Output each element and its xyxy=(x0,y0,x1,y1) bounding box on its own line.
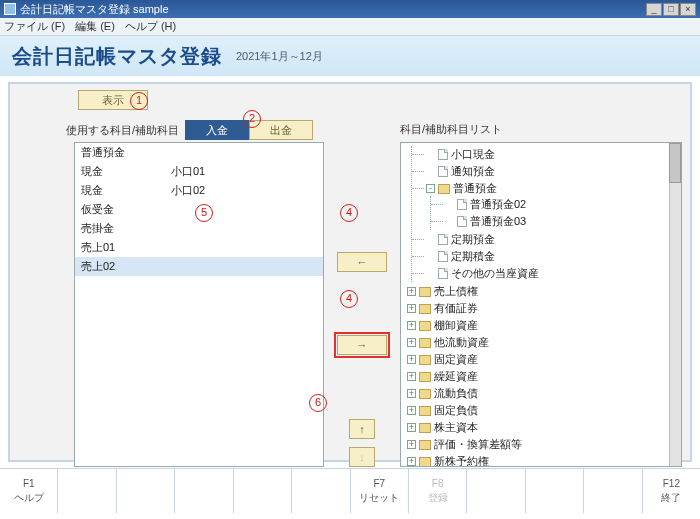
tree-node[interactable]: +評価・換算差額等 xyxy=(407,436,677,453)
expand-icon[interactable]: + xyxy=(407,389,416,398)
document-icon xyxy=(438,166,448,177)
arrow-up-icon: ↑ xyxy=(359,423,365,435)
tree-node-label: 普通預金02 xyxy=(470,197,526,212)
folder-icon xyxy=(438,184,450,194)
move-left-button[interactable]: ← xyxy=(337,252,387,272)
fkey-empty xyxy=(117,469,175,513)
folder-icon xyxy=(419,406,431,416)
tree-spacer xyxy=(426,235,435,244)
expand-icon[interactable]: + xyxy=(407,321,416,330)
tree-spacer xyxy=(426,167,435,176)
arrow-down-icon: ↓ xyxy=(359,451,365,463)
folder-icon xyxy=(419,355,431,365)
expand-icon[interactable]: + xyxy=(407,406,416,415)
main-frame: 1 2 3 4 4 5 6 表示 使用する科目/補助科目 入金 出金 科目/補助… xyxy=(8,82,692,462)
expand-icon[interactable]: + xyxy=(407,355,416,364)
account-tree[interactable]: 小口現金通知預金-普通預金普通預金02普通預金03定期預金定期積金その他の当座資… xyxy=(400,142,682,467)
page-period: 2021年1月～12月 xyxy=(236,49,323,64)
tree-node[interactable]: +棚卸資産 xyxy=(407,317,677,334)
tree-node[interactable]: +繰延資産 xyxy=(407,368,677,385)
menu-bar: ファイル (F) 編集 (E) ヘルプ (H) xyxy=(0,18,700,36)
fkey-empty xyxy=(584,469,642,513)
right-list-label: 科目/補助科目リスト xyxy=(400,122,502,137)
fkey-empty xyxy=(292,469,350,513)
expand-icon[interactable]: + xyxy=(407,457,416,466)
tree-node-label: 繰延資産 xyxy=(434,369,478,384)
document-icon xyxy=(438,268,448,279)
expand-icon[interactable]: + xyxy=(407,304,416,313)
fkey-empty xyxy=(58,469,116,513)
fkey-empty xyxy=(175,469,233,513)
tree-node-label: 株主資本 xyxy=(434,420,478,435)
list-item[interactable]: 売上02 xyxy=(75,257,323,276)
page-title: 会計日記帳マスタ登録 xyxy=(12,43,222,70)
tree-node-label: 小口現金 xyxy=(451,147,495,162)
expand-icon[interactable]: + xyxy=(407,440,416,449)
tree-node[interactable]: その他の当座資産 xyxy=(426,265,677,282)
tree-node[interactable]: 普通預金03 xyxy=(445,213,677,230)
move-right-highlight: → xyxy=(334,332,390,358)
expand-icon[interactable]: + xyxy=(407,372,416,381)
tree-node[interactable]: -普通預金普通預金02普通預金03 xyxy=(426,180,677,231)
maximize-button[interactable]: □ xyxy=(663,3,679,16)
document-icon xyxy=(457,216,467,227)
list-item[interactable]: 現金小口02 xyxy=(75,181,323,200)
fkey-code: F8 xyxy=(432,478,444,489)
folder-icon xyxy=(419,287,431,297)
tree-node[interactable]: 定期積金 xyxy=(426,248,677,265)
collapse-icon[interactable]: - xyxy=(426,184,435,193)
tree-node[interactable]: +固定資産 xyxy=(407,351,677,368)
tree-node-label: その他の当座資産 xyxy=(451,266,539,281)
expand-icon[interactable]: + xyxy=(407,287,416,296)
tab-in[interactable]: 入金 xyxy=(185,120,249,140)
move-down-button[interactable]: ↓ xyxy=(349,447,375,467)
window-titlebar: 会計日記帳マスタ登録 sample _ □ × xyxy=(0,0,700,18)
list-item[interactable]: 売上01 xyxy=(75,238,323,257)
list-item[interactable]: 仮受金 xyxy=(75,200,323,219)
tree-node[interactable]: 定期預金 xyxy=(426,231,677,248)
folder-icon xyxy=(419,457,431,467)
tree-node-label: 定期積金 xyxy=(451,249,495,264)
tree-node[interactable]: 小口現金 xyxy=(426,146,677,163)
tree-node[interactable]: +株主資本 xyxy=(407,419,677,436)
tree-node-label: 定期預金 xyxy=(451,232,495,247)
tree-node[interactable]: 普通預金02 xyxy=(445,196,677,213)
fkey-code: F7 xyxy=(373,478,385,489)
fkey-f12[interactable]: F12 終了 xyxy=(643,469,700,513)
fkey-f8[interactable]: F8 登録 xyxy=(409,469,467,513)
move-up-button[interactable]: ↑ xyxy=(349,419,375,439)
folder-icon xyxy=(419,440,431,450)
tree-node-label: 他流動資産 xyxy=(434,335,489,350)
fkey-label: 登録 xyxy=(428,491,448,505)
menu-help[interactable]: ヘルプ (H) xyxy=(125,19,176,34)
tree-node-label: 売上債権 xyxy=(434,284,478,299)
selected-accounts-list[interactable]: 普通預金現金小口01現金小口02仮受金売掛金売上01売上02 xyxy=(74,142,324,467)
fkey-f7[interactable]: F7 リセット xyxy=(351,469,409,513)
tree-node[interactable]: +他流動資産 xyxy=(407,334,677,351)
expand-icon[interactable]: + xyxy=(407,338,416,347)
tree-node[interactable]: +有価証券 xyxy=(407,300,677,317)
tree-node[interactable]: +新株予約権 xyxy=(407,453,677,467)
expand-icon[interactable]: + xyxy=(407,423,416,432)
tab-out[interactable]: 出金 xyxy=(249,120,313,140)
minimize-button[interactable]: _ xyxy=(646,3,662,16)
fkey-f1[interactable]: F1 ヘルプ xyxy=(0,469,58,513)
tree-node[interactable]: +固定負債 xyxy=(407,402,677,419)
window-title: 会計日記帳マスタ登録 sample xyxy=(20,2,169,17)
close-button[interactable]: × xyxy=(680,3,696,16)
menu-file[interactable]: ファイル (F) xyxy=(4,19,65,34)
move-right-button[interactable]: → xyxy=(337,335,387,355)
list-item[interactable]: 現金小口01 xyxy=(75,162,323,181)
tree-node[interactable]: +売上債権 xyxy=(407,283,677,300)
document-icon xyxy=(438,251,448,262)
show-button[interactable]: 表示 xyxy=(78,90,148,110)
tree-node-label: 評価・換算差額等 xyxy=(434,437,522,452)
list-item[interactable]: 普通預金 xyxy=(75,143,323,162)
tree-node[interactable]: 通知預金 xyxy=(426,163,677,180)
document-icon xyxy=(438,149,448,160)
tree-node-label: 固定負債 xyxy=(434,403,478,418)
tree-node[interactable]: +流動負債 xyxy=(407,385,677,402)
list-item[interactable]: 売掛金 xyxy=(75,219,323,238)
menu-edit[interactable]: 編集 (E) xyxy=(75,19,115,34)
fkey-label: ヘルプ xyxy=(14,491,44,505)
